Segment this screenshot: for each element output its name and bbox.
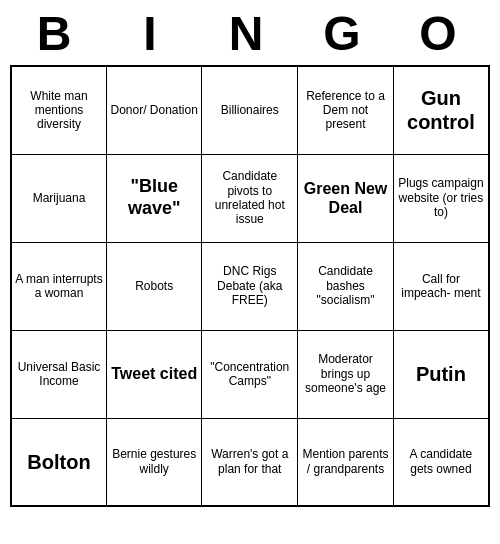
cell-text-0-0: White man mentions diversity	[30, 89, 87, 132]
cell-text-3-4: Putin	[416, 363, 466, 385]
bingo-cell-4-3: Mention parents / grandparents	[298, 418, 394, 506]
bingo-cell-3-3: Moderator brings up someone's age	[298, 330, 394, 418]
bingo-cell-3-0: Universal Basic Income	[11, 330, 107, 418]
cell-text-4-0: Bolton	[27, 451, 90, 473]
cell-text-2-2: DNC Rigs Debate (aka FREE)	[217, 264, 282, 307]
cell-text-0-4: Gun control	[407, 87, 475, 133]
bingo-cell-0-0: White man mentions diversity	[11, 66, 107, 154]
letter-g: G	[306, 6, 386, 61]
letter-n: N	[210, 6, 290, 61]
cell-text-3-3: Moderator brings up someone's age	[305, 352, 386, 395]
bingo-cell-4-1: Bernie gestures wildly	[107, 418, 202, 506]
cell-text-0-2: Billionaires	[221, 103, 279, 117]
bingo-cell-4-4: A candidate gets owned	[393, 418, 489, 506]
cell-text-4-2: Warren's got a plan for that	[211, 447, 288, 475]
cell-text-3-1: Tweet cited	[111, 365, 197, 382]
bingo-cell-4-0: Bolton	[11, 418, 107, 506]
cell-text-4-3: Mention parents / grandparents	[302, 447, 388, 475]
bingo-cell-1-0: Marijuana	[11, 154, 107, 242]
cell-text-0-3: Reference to a Dem not present	[306, 89, 385, 132]
bingo-cell-4-2: Warren's got a plan for that	[202, 418, 298, 506]
letter-i: I	[114, 6, 194, 61]
bingo-cell-1-4: Plugs campaign website (or tries to)	[393, 154, 489, 242]
cell-text-2-3: Candidate bashes "socialism"	[317, 264, 375, 307]
bingo-grid: White man mentions diversityDonor/ Donat…	[10, 65, 490, 507]
bingo-cell-1-1: "Blue wave"	[107, 154, 202, 242]
bingo-cell-2-4: Call for impeach- ment	[393, 242, 489, 330]
bingo-cell-2-1: Robots	[107, 242, 202, 330]
letter-b: B	[18, 6, 98, 61]
cell-text-4-4: A candidate gets owned	[410, 447, 473, 475]
cell-text-3-0: Universal Basic Income	[18, 360, 101, 388]
cell-text-2-0: A man interrupts a woman	[15, 272, 102, 300]
cell-text-1-1: "Blue wave"	[128, 176, 181, 218]
letter-o: O	[402, 6, 482, 61]
cell-text-0-1: Donor/ Donation	[111, 103, 198, 117]
cell-text-1-2: Candidate pivots to unrelated hot issue	[215, 169, 285, 226]
cell-text-2-4: Call for impeach- ment	[401, 272, 480, 300]
cell-text-1-3: Green New Deal	[304, 180, 388, 216]
cell-text-4-1: Bernie gestures wildly	[112, 447, 196, 475]
cell-text-1-4: Plugs campaign website (or tries to)	[398, 176, 483, 219]
bingo-cell-2-0: A man interrupts a woman	[11, 242, 107, 330]
bingo-cell-0-4: Gun control	[393, 66, 489, 154]
bingo-cell-3-2: "Concentration Camps"	[202, 330, 298, 418]
bingo-title: B I N G O	[10, 0, 490, 65]
bingo-cell-0-1: Donor/ Donation	[107, 66, 202, 154]
bingo-cell-1-3: Green New Deal	[298, 154, 394, 242]
cell-text-3-2: "Concentration Camps"	[210, 360, 289, 388]
bingo-cell-0-2: Billionaires	[202, 66, 298, 154]
bingo-cell-2-2: DNC Rigs Debate (aka FREE)	[202, 242, 298, 330]
cell-text-2-1: Robots	[135, 279, 173, 293]
bingo-cell-0-3: Reference to a Dem not present	[298, 66, 394, 154]
cell-text-1-0: Marijuana	[33, 191, 86, 205]
bingo-cell-3-4: Putin	[393, 330, 489, 418]
bingo-cell-2-3: Candidate bashes "socialism"	[298, 242, 394, 330]
bingo-cell-1-2: Candidate pivots to unrelated hot issue	[202, 154, 298, 242]
bingo-cell-3-1: Tweet cited	[107, 330, 202, 418]
